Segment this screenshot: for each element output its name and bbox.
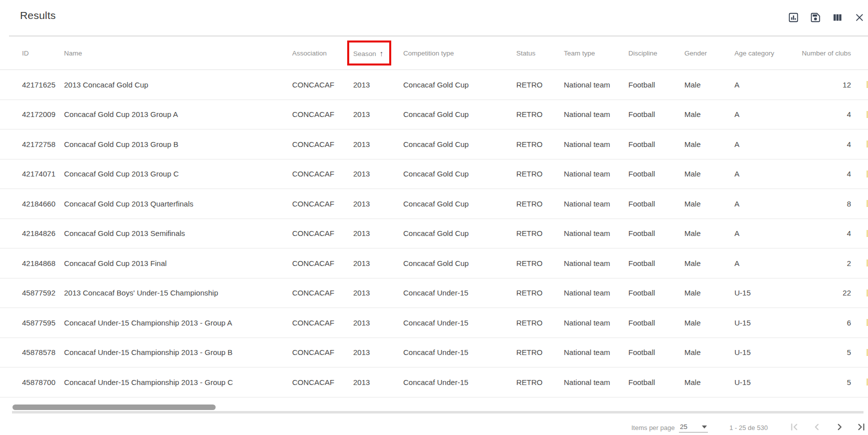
cell-number_of_clubs: 4: [793, 229, 851, 238]
column-header-label: Season: [353, 50, 376, 58]
cell-season: 2013: [353, 318, 403, 327]
column-header-age_category[interactable]: Age category: [734, 50, 793, 57]
cell-team_type: National team: [564, 170, 628, 178]
cell-name: Concacaf Under-15 Championship 2013 - Gr…: [64, 378, 292, 386]
column-header-id[interactable]: ID: [22, 50, 64, 57]
cell-association: CONCACAF: [292, 110, 353, 118]
cell-season: 2013: [353, 348, 403, 356]
cell-competition_type: Concacaf Gold Cup: [403, 80, 516, 89]
horizontal-scrollbar-thumb[interactable]: [13, 404, 216, 410]
cell-id: 45877595: [22, 318, 64, 327]
horizontal-scrollbar-track[interactable]: [12, 411, 863, 414]
cell-discipline: Football: [628, 140, 684, 148]
cell-id: 42172009: [22, 110, 64, 118]
cell-discipline: Football: [628, 229, 684, 238]
cell-competition_type: Concacaf Gold Cup: [403, 229, 516, 238]
cell-number_of_clubs: 2: [793, 259, 851, 268]
cell-id: 42184826: [22, 229, 64, 238]
cell-association: CONCACAF: [292, 140, 353, 148]
chevron-right-icon: [833, 421, 845, 433]
column-header-status[interactable]: Status: [516, 50, 564, 57]
chevron-left-icon: [811, 421, 823, 433]
cell-association: CONCACAF: [292, 288, 353, 297]
cell-association: CONCACAF: [292, 378, 353, 386]
previous-page-button[interactable]: [810, 420, 824, 434]
last-page-icon: [855, 421, 867, 433]
cell-status: RETRO: [516, 348, 564, 356]
chart-view-button[interactable]: [787, 11, 800, 24]
cell-name: Concacaf Gold Cup 2013 Quarterfinals: [64, 200, 292, 208]
table-row[interactable]: 42184826Concacaf Gold Cup 2013 Semifinal…: [0, 219, 868, 249]
cell-name: Concacaf Gold Cup 2013 Group B: [64, 140, 292, 148]
cell-number_of_clubs: 4: [793, 110, 851, 118]
cell-number_of_clubs: 4: [793, 170, 851, 178]
cell-name: Concacaf Gold Cup 2013 Final: [64, 259, 292, 268]
first-page-button[interactable]: [787, 420, 801, 434]
column-header-gender[interactable]: Gender: [684, 50, 734, 57]
column-header-season[interactable]: Season↑: [353, 49, 403, 58]
cell-association: CONCACAF: [292, 348, 353, 356]
table-row[interactable]: 458775922013 Concacaf Boys' Under-15 Cha…: [0, 278, 868, 308]
cell-discipline: Football: [628, 80, 684, 89]
cell-competition_type: Concacaf Under-15: [403, 288, 516, 297]
column-header-label: Age category: [734, 50, 774, 57]
cell-discipline: Football: [628, 110, 684, 118]
close-icon: [854, 12, 864, 22]
cell-number_of_clubs: 4: [793, 140, 851, 148]
cell-status: RETRO: [516, 229, 564, 238]
table-row[interactable]: 42184660Concacaf Gold Cup 2013 Quarterfi…: [0, 189, 868, 219]
save-button[interactable]: [809, 11, 822, 24]
table-row[interactable]: 42184868Concacaf Gold Cup 2013 FinalCONC…: [0, 248, 868, 278]
cell-name: Concacaf Gold Cup 2013 Group A: [64, 110, 292, 118]
cell-age_category: A: [734, 110, 793, 118]
table-row[interactable]: 45877595Concacaf Under-15 Championship 2…: [0, 308, 868, 338]
table-row[interactable]: 45878700Concacaf Under-15 Championship 2…: [0, 368, 868, 398]
cell-season: 2013: [353, 200, 403, 208]
cell-status: RETRO: [516, 110, 564, 118]
cell-age_category: A: [734, 140, 793, 148]
column-header-label: Competition type: [403, 50, 454, 57]
cell-team_type: National team: [564, 229, 628, 238]
cell-gender: Male: [684, 110, 734, 118]
cell-season: 2013: [353, 378, 403, 386]
table-body: 421716252013 Concacaf Gold CupCONCACAF20…: [0, 70, 868, 398]
column-header-team_type[interactable]: Team type: [564, 50, 628, 57]
column-header-discipline[interactable]: Discipline: [628, 50, 684, 57]
cell-name: Concacaf Under-15 Championship 2013 - Gr…: [64, 318, 292, 327]
table-row[interactable]: 42172758Concacaf Gold Cup 2013 Group BCO…: [0, 130, 868, 160]
cell-team_type: National team: [564, 140, 628, 148]
cell-name: 2013 Concacaf Gold Cup: [64, 80, 292, 89]
column-header-name[interactable]: Name: [64, 50, 292, 57]
columns-button[interactable]: [831, 11, 844, 24]
cell-age_category: A: [734, 259, 793, 268]
column-header-label: Gender: [684, 50, 707, 57]
column-header-number_of_clubs[interactable]: Number of clubs: [793, 50, 851, 57]
column-header-competition_type[interactable]: Competition type: [403, 50, 516, 57]
columns-icon: [832, 12, 843, 23]
table-row[interactable]: 42172009Concacaf Gold Cup 2013 Group ACO…: [0, 100, 868, 130]
cell-id: 45877592: [22, 288, 64, 297]
cell-season: 2013: [353, 170, 403, 178]
items-per-page-select[interactable]: 25: [679, 422, 708, 432]
cell-season: 2013: [353, 80, 403, 89]
cell-status: RETRO: [516, 140, 564, 148]
column-header-association[interactable]: Association: [292, 50, 353, 57]
close-button[interactable]: [853, 11, 866, 24]
cell-gender: Male: [684, 288, 734, 297]
cell-age_category: A: [734, 170, 793, 178]
cell-team_type: National team: [564, 259, 628, 268]
last-page-button[interactable]: [854, 420, 868, 434]
column-header-label: Status: [516, 50, 535, 57]
table-row[interactable]: 421716252013 Concacaf Gold CupCONCACAF20…: [0, 70, 868, 100]
cell-team_type: National team: [564, 80, 628, 89]
cell-gender: Male: [684, 80, 734, 89]
cell-name: Concacaf Gold Cup 2013 Group C: [64, 170, 292, 178]
table-row[interactable]: 45878578Concacaf Under-15 Championship 2…: [0, 338, 868, 368]
table-row[interactable]: 42174071Concacaf Gold Cup 2013 Group CCO…: [0, 160, 868, 190]
cell-id: 45878700: [22, 378, 64, 386]
page-range-label: 1 - 25 de 530: [729, 424, 768, 432]
next-page-button[interactable]: [832, 420, 846, 434]
cell-age_category: U-15: [734, 378, 793, 386]
cell-season: 2013: [353, 140, 403, 148]
cell-discipline: Football: [628, 200, 684, 208]
